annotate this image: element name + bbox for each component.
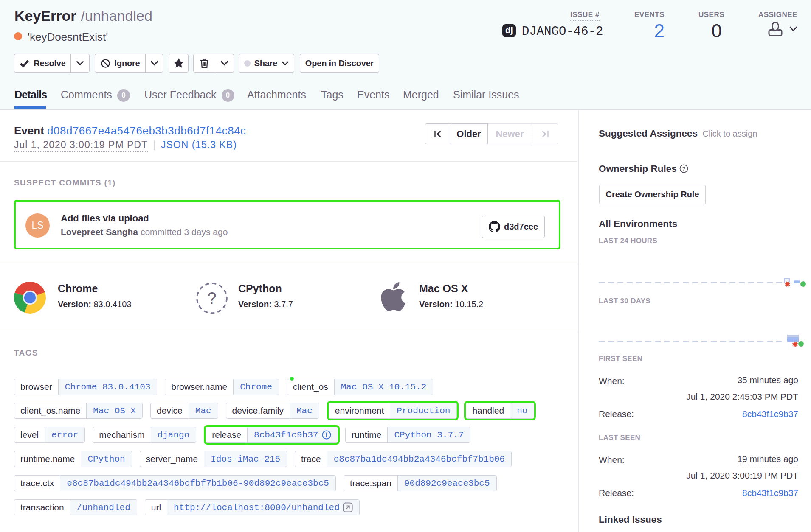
svg-text:?: ? (682, 166, 686, 172)
